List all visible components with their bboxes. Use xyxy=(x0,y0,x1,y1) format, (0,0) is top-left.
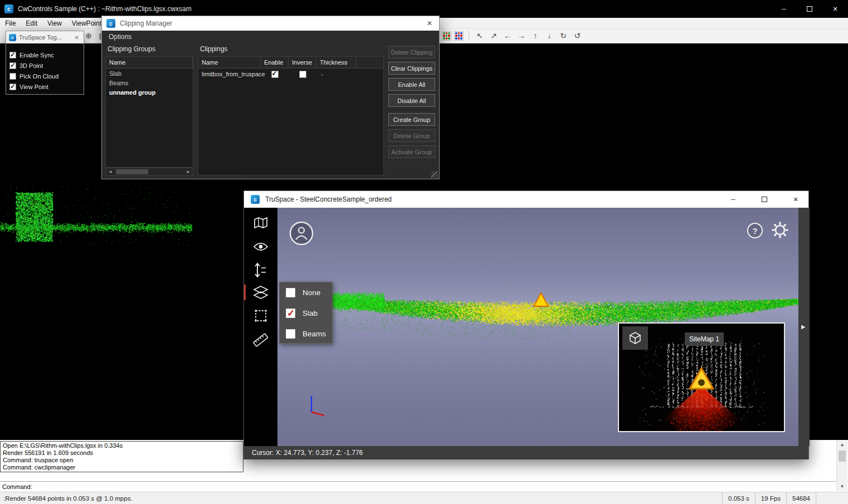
eye-icon xyxy=(254,242,268,251)
clipping-popup-menu: None Slab Beams xyxy=(279,282,333,344)
clipping-manager-titlebar[interactable]: c Clipping Manager ✕ xyxy=(102,16,439,31)
tool-clipping[interactable] xyxy=(244,285,277,300)
group-row-unnamed[interactable]: unnamed group xyxy=(106,87,193,97)
clipping-thickness: - xyxy=(316,68,357,80)
groups-list-header[interactable]: Name xyxy=(106,57,193,68)
close-icon[interactable]: ✕ xyxy=(425,19,435,27)
scroll-up-icon[interactable]: ▲ xyxy=(837,441,847,449)
tool-sitemap[interactable] xyxy=(244,215,277,231)
point-grid-red-green-icon[interactable] xyxy=(442,31,451,41)
toggle-view-point[interactable]: View Point xyxy=(9,82,48,91)
maximize-button[interactable] xyxy=(752,190,777,208)
checkbox-3d-point[interactable] xyxy=(9,62,16,69)
tool-limit-box[interactable] xyxy=(244,308,277,324)
checkbox-none[interactable] xyxy=(286,288,295,297)
clipping-inverse-cell xyxy=(289,68,316,80)
truspace-3d-viewport[interactable]: ? xyxy=(277,208,798,446)
truspace-statusbar: Cursor: X: 24.773, Y: 0.237, Z: -1.776 xyxy=(244,446,808,459)
col-name[interactable]: Name xyxy=(198,57,261,68)
clipping-manager-menubar: Options xyxy=(102,31,439,43)
checkbox-beams[interactable] xyxy=(286,329,295,339)
status-point-count: 54684 xyxy=(786,492,816,504)
settings-button[interactable] xyxy=(771,221,789,239)
scroll-down-icon[interactable]: ▼ xyxy=(837,482,847,491)
sitemap-3d-button[interactable] xyxy=(622,326,648,350)
view-down-button[interactable]: ↓ xyxy=(544,30,555,41)
command-input[interactable] xyxy=(32,483,848,491)
toggle-pick-on-cloud[interactable]: Pick On Cloud xyxy=(9,72,59,81)
view-up-right-button[interactable]: ↗ xyxy=(488,30,499,41)
groups-hscrollbar[interactable]: ◄ ► xyxy=(105,168,193,176)
clipping-groups-list: Name Slab Beams unnamed group xyxy=(105,56,193,168)
toggle-3d-point[interactable]: 3D Point xyxy=(9,61,43,70)
clip-option-slab[interactable]: Slab xyxy=(280,303,332,324)
menu-view[interactable]: View xyxy=(42,18,67,28)
rotate-cw-button[interactable]: ↻ xyxy=(558,30,569,41)
scroll-left-icon[interactable]: ◄ xyxy=(106,169,113,174)
checkbox-enable-sync[interactable] xyxy=(9,52,16,58)
clip-option-beams[interactable]: Beams xyxy=(280,324,332,344)
disable-all-button[interactable]: Disable All xyxy=(388,94,435,107)
tool-measure[interactable] xyxy=(244,331,277,347)
limit-box-icon xyxy=(254,309,267,322)
cone-marker-icon[interactable] xyxy=(533,292,549,307)
close-button[interactable]: ✕ xyxy=(822,0,848,18)
toggles-titlebar[interactable]: c TruSpace Tog... ✕ xyxy=(6,31,84,43)
log-scrollbar[interactable]: ▲ ▼ xyxy=(836,441,847,491)
menu-viewpoint[interactable]: ViewPoint xyxy=(67,18,106,28)
checkbox-pick-on-cloud[interactable] xyxy=(9,73,16,80)
toggle-enable-sync[interactable]: Enable Sync xyxy=(9,51,54,60)
scroll-thumb[interactable] xyxy=(116,169,148,174)
menu-options[interactable]: Options xyxy=(102,32,138,42)
groups-column-name[interactable]: Name xyxy=(106,57,193,68)
view-left-button[interactable]: ← xyxy=(502,30,513,41)
close-button[interactable]: ✕ xyxy=(783,190,808,208)
checkbox-view-point[interactable] xyxy=(9,84,16,90)
close-icon[interactable]: ✕ xyxy=(73,35,81,41)
checkbox-enable[interactable] xyxy=(271,71,279,78)
col-thickness[interactable]: Thickness xyxy=(316,57,357,68)
minimize-button[interactable]: ─ xyxy=(720,190,746,208)
activate-group-button[interactable]: Activate Group xyxy=(388,145,435,158)
view-up-button[interactable]: ↑ xyxy=(530,30,541,41)
checkbox-slab[interactable] xyxy=(286,309,295,318)
col-enable[interactable]: Enable xyxy=(261,57,289,68)
clear-clippings-button[interactable]: Clear Clippings xyxy=(388,62,435,75)
pick-tool-icon[interactable]: ⊕ xyxy=(83,30,94,41)
command-label: Command: xyxy=(2,483,32,490)
resize-grip[interactable] xyxy=(431,172,438,178)
create-group-button[interactable]: Create Group xyxy=(388,113,435,126)
delete-clipping-button[interactable]: Delete Clipping xyxy=(388,46,435,58)
checkbox-inverse[interactable] xyxy=(299,71,306,78)
scroll-thumb[interactable] xyxy=(839,451,846,462)
panorama-view-button[interactable] xyxy=(289,221,314,246)
help-button[interactable]: ? xyxy=(747,223,763,238)
rotate-ccw-button[interactable]: ↺ xyxy=(572,30,583,41)
main-window-title: CwControls Sample (C++) : ~Rithm-withCli… xyxy=(18,5,192,13)
menu-file[interactable]: File xyxy=(0,18,21,28)
truspace-titlebar[interactable]: c TruSpace - SteelConcreteSample_ordered… xyxy=(244,191,808,208)
sitemap-panel[interactable]: SiteMap 1 xyxy=(618,322,785,432)
tool-visibility[interactable] xyxy=(244,239,277,255)
point-grid-red-blue-icon[interactable] xyxy=(454,31,464,41)
axis-gizmo-icon xyxy=(308,395,326,417)
sitemap-label: SiteMap 1 xyxy=(685,332,724,346)
col-inverse[interactable]: Inverse xyxy=(289,57,316,68)
clipping-row[interactable]: limitbox_from_truspace - xyxy=(198,68,383,80)
view-right-button[interactable]: → xyxy=(516,30,527,41)
main-statusbar: :Render 54684 points in 0.053 s @ 1.0 mp… xyxy=(0,492,848,504)
enable-all-button[interactable]: Enable All xyxy=(388,78,435,91)
menu-edit[interactable]: Edit xyxy=(21,18,42,28)
scroll-right-icon[interactable]: ► xyxy=(186,169,193,174)
minimize-button[interactable]: ─ xyxy=(771,0,797,18)
clip-option-none[interactable]: None xyxy=(280,282,332,303)
group-row-slab[interactable]: Slab xyxy=(106,68,193,78)
app-icon: c xyxy=(9,34,16,41)
expand-panel-arrow-icon[interactable]: ▶ xyxy=(801,324,806,330)
maximize-button[interactable] xyxy=(797,0,822,18)
log-line: Command: cwclipmanager xyxy=(3,464,241,471)
delete-group-button[interactable]: Delete Group xyxy=(388,129,435,142)
view-up-left-button[interactable]: ↖ xyxy=(474,30,485,41)
tool-elevation[interactable] xyxy=(244,262,277,278)
group-row-beams[interactable]: Beams xyxy=(106,78,193,87)
